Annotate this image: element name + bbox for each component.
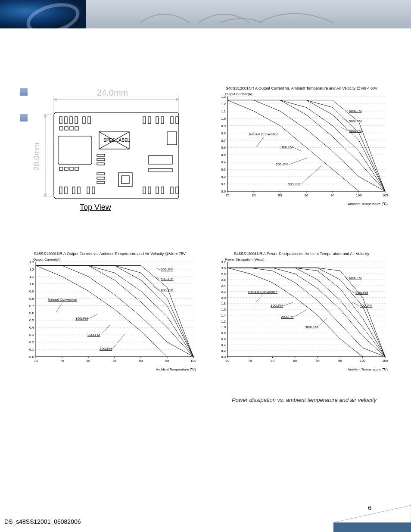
svg-line-229 [318, 318, 327, 327]
svg-text:95: 95 [165, 359, 169, 363]
svg-text:3.0: 3.0 [221, 266, 226, 270]
svg-text:400LFM: 400LFM [161, 288, 174, 292]
svg-text:0.1: 0.1 [221, 182, 226, 186]
chart-ylabel: Output Current(A) [33, 258, 61, 261]
svg-rect-33 [65, 167, 68, 171]
svg-rect-46 [171, 187, 173, 194]
svg-text:500LFM: 500LFM [355, 291, 368, 295]
svg-rect-36 [59, 187, 62, 194]
svg-rect-23 [65, 127, 68, 130]
svg-text:0.4: 0.4 [221, 343, 226, 347]
svg-rect-34 [70, 167, 73, 171]
chart-ylabel: Power Dissipation (Watts) [225, 258, 265, 261]
svg-rect-18 [156, 117, 159, 124]
svg-text:1.8: 1.8 [221, 302, 226, 305]
svg-rect-15 [88, 117, 90, 124]
svg-text:400LFM: 400LFM [349, 129, 362, 133]
svg-text:0.6: 0.6 [29, 311, 34, 315]
svg-text:75: 75 [226, 193, 230, 197]
footer-triangle-icon [333, 505, 411, 523]
svg-text:2.8: 2.8 [221, 272, 226, 276]
footer-bar [333, 523, 411, 532]
svg-line-101 [293, 147, 302, 151]
svg-line-169 [157, 268, 160, 270]
svg-text:105: 105 [382, 359, 388, 363]
chart-title: S48SS12001NR A Output Current vs. Ambien… [24, 252, 196, 256]
chart-power-dissipation: S48SS12001NR A Power Dissipation vs. Amb… [215, 254, 388, 370]
svg-rect-13 [75, 117, 78, 124]
svg-text:95: 95 [338, 359, 342, 363]
svg-text:0.0: 0.0 [29, 355, 34, 359]
svg-rect-38 [72, 187, 75, 194]
svg-rect-22 [59, 127, 63, 130]
svg-text:90: 90 [305, 193, 308, 197]
header-swirl-image [0, 0, 86, 28]
svg-text:0.8: 0.8 [221, 331, 226, 335]
svg-text:0.5: 0.5 [221, 153, 226, 157]
dimension-width: 24.0mm [97, 88, 128, 98]
svg-text:80: 80 [271, 359, 274, 363]
chart-caption: Power dissipation vs. ambient temperatur… [212, 397, 385, 403]
svg-rect-32 [59, 167, 63, 171]
svg-rect-52 [97, 177, 105, 179]
svg-text:Natural Convection: Natural Convection [48, 298, 77, 302]
svg-rect-16 [143, 117, 146, 124]
svg-text:100: 100 [190, 359, 196, 363]
chart-output-current-60v: S48SS12001NR A Output Current vs. Ambien… [215, 89, 388, 205]
svg-line-165 [153, 286, 160, 290]
svg-line-109 [344, 119, 348, 121]
svg-text:400LFM: 400LFM [360, 304, 373, 308]
svg-text:2.4: 2.4 [221, 284, 226, 288]
svg-rect-29 [149, 168, 172, 172]
svg-text:0.3: 0.3 [29, 333, 34, 337]
svg-line-163 [112, 334, 125, 349]
svg-line-227 [294, 310, 306, 317]
chart-xlabel: Ambient Temperature (℃) [348, 202, 388, 206]
svg-line-223 [256, 295, 263, 302]
svg-rect-19 [161, 117, 164, 124]
svg-rect-41 [92, 187, 95, 194]
svg-line-161 [100, 325, 110, 335]
svg-rect-31 [121, 176, 129, 184]
svg-line-107 [341, 128, 348, 131]
svg-rect-39 [78, 187, 80, 194]
svg-text:1.4: 1.4 [221, 314, 226, 317]
svg-rect-47 [176, 187, 178, 194]
svg-text:90: 90 [316, 359, 320, 363]
svg-rect-27 [58, 136, 92, 165]
svg-rect-44 [156, 187, 159, 194]
svg-rect-49 [97, 159, 105, 161]
svg-rect-10 [59, 117, 62, 124]
svg-line-159 [88, 314, 97, 319]
svg-text:0.7: 0.7 [221, 139, 226, 143]
svg-text:300LFM: 300LFM [100, 347, 112, 351]
svg-text:0.4: 0.4 [29, 326, 34, 330]
svg-line-103 [289, 158, 308, 165]
svg-text:1.2: 1.2 [221, 320, 226, 324]
footer-document-id: DS_s48SS12001_06082006 [4, 518, 81, 525]
svg-rect-12 [70, 117, 72, 124]
svg-text:0.8: 0.8 [29, 297, 34, 301]
svg-text:Natural Convection: Natural Convection [248, 290, 277, 294]
svg-text:1.0: 1.0 [221, 117, 226, 121]
svg-rect-30 [118, 173, 132, 187]
svg-line-225 [283, 302, 293, 306]
svg-text:0.4: 0.4 [221, 160, 226, 164]
svg-text:0.8: 0.8 [221, 131, 226, 135]
svg-text:1.0: 1.0 [29, 282, 34, 286]
svg-rect-51 [97, 173, 105, 175]
svg-rect-28 [149, 156, 172, 164]
svg-line-111 [346, 109, 348, 111]
svg-text:0.7: 0.7 [29, 304, 34, 308]
svg-text:100LFM: 100LFM [75, 317, 88, 320]
svg-text:1.0: 1.0 [221, 325, 226, 329]
svg-rect-40 [87, 187, 90, 194]
svg-text:100: 100 [356, 193, 362, 197]
svg-text:100LFM: 100LFM [280, 145, 293, 149]
svg-text:200LFM: 200LFM [87, 333, 100, 337]
pcb-top-view-diagram: SPEC LABEL [43, 89, 190, 201]
chart-xlabel: Ambient Temperature (℃) [156, 367, 196, 371]
svg-text:600LFM: 600LFM [349, 109, 362, 113]
chart-title: S48SS12001NR A Output Current vs. Ambien… [215, 86, 388, 90]
page-header [0, 0, 411, 28]
